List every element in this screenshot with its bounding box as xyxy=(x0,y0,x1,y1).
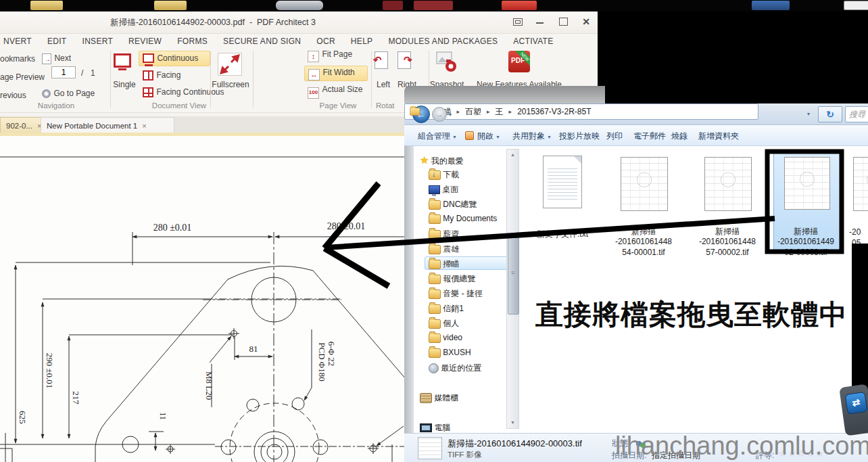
scroll-up-icon[interactable]: ▲ xyxy=(507,149,519,160)
rotate-right-button[interactable]: ↷ xyxy=(397,51,411,72)
close-icon[interactable]: ✕ xyxy=(577,16,595,28)
minimize-icon[interactable] xyxy=(531,16,549,28)
breadcrumb-segment-wang[interactable]: 王 xyxy=(496,106,504,118)
continuous-view-button[interactable]: Continuous xyxy=(139,51,210,66)
sidebar-item-music[interactable]: 音樂 - 捷徑 xyxy=(429,288,483,300)
sidebar-item-favorites[interactable]: ★ 我的最愛 xyxy=(420,154,464,167)
sidebar-item-recent-places[interactable]: 最近的位置 xyxy=(429,363,481,374)
taskbar-app-icon[interactable] xyxy=(276,1,323,10)
forward-button[interactable]: → xyxy=(432,107,447,122)
sidebar-item-chenhsong[interactable]: 震雄 xyxy=(429,244,459,255)
menu-convert[interactable]: NVERT xyxy=(3,37,32,46)
refresh-button[interactable]: ↻ xyxy=(818,106,842,122)
sidebar-item-libraries[interactable]: 媒體櫃 xyxy=(420,392,458,404)
tif-thumbnail xyxy=(784,157,830,210)
fit-width-button[interactable]: ↔ Fit Width xyxy=(304,66,368,81)
taskbar-app-icon[interactable] xyxy=(414,1,453,10)
sidebar-item-personal[interactable]: 個人 xyxy=(429,318,459,329)
go-to-page-button[interactable]: Go to Page xyxy=(42,89,95,101)
fullscreen-button[interactable] xyxy=(218,53,242,76)
explorer-address-bar: ← → ▾ ▸ 掃瞄 ▸ 百塑 ▸ 王 ▸ 2015367-V3-2R-85T … xyxy=(404,103,868,125)
organize-button[interactable]: 組合管理▼ xyxy=(418,131,457,142)
print-button[interactable]: 列印 xyxy=(606,131,623,142)
menu-insert[interactable]: INSERT xyxy=(82,37,114,46)
sidebar-item-computer[interactable]: 電腦 xyxy=(420,422,450,434)
sidebar-item-desktop[interactable]: 桌面 xyxy=(429,184,458,195)
new-features-button[interactable]: PDF NEW xyxy=(508,49,533,75)
folder-icon xyxy=(429,200,441,210)
status-filename: 新掃描-20160106144902-00003.tif xyxy=(448,438,582,450)
menu-secure-sign[interactable]: SECURE AND SIGN xyxy=(223,37,301,46)
fullscreen-label[interactable]: Fullscreen xyxy=(210,80,251,89)
breadcrumb[interactable]: ▸ 掃瞄 ▸ 百塑 ▸ 王 ▸ 2015367-V3-2R-85T xyxy=(404,103,758,120)
pdf-document-page[interactable]: 280 ±0.01 280 ±0.01 625 290 ±0.01 217 11… xyxy=(0,136,414,462)
sidebar-item-dnc[interactable]: DNC總覽 xyxy=(429,199,477,210)
sidebar-item-quotes[interactable]: 報價總覽 xyxy=(429,273,475,285)
page-number-input[interactable] xyxy=(51,66,76,78)
open-button[interactable]: 開啟▼ xyxy=(477,131,500,142)
screen: 新掃描-20160106144902-00003.pdf - PDF Archi… xyxy=(0,0,868,462)
sidebar-item-scan[interactable]: 掃瞄 xyxy=(429,258,459,270)
share-button[interactable]: 共用對象▼ xyxy=(512,131,552,142)
taskbar-pdf-icon[interactable] xyxy=(502,1,537,10)
page-preview-button[interactable]: age Preview xyxy=(0,72,45,82)
scrollbar-thumb[interactable] xyxy=(508,237,519,315)
single-view-button[interactable] xyxy=(114,53,131,70)
new-folder-button[interactable]: 新增資料夾 xyxy=(698,131,739,142)
menu-edit[interactable]: EDIT xyxy=(47,37,67,46)
burn-button[interactable]: 燒錄 xyxy=(671,131,688,142)
taskbar-app-icon[interactable] xyxy=(752,1,790,10)
status-file-thumbnail xyxy=(418,437,442,459)
taskbar-app-icon[interactable] xyxy=(844,1,868,10)
sidebar-scrollbar[interactable]: ▲ ▼ xyxy=(506,149,519,429)
breadcrumb-segment-company[interactable]: 百塑 xyxy=(465,106,481,118)
facing-view-button[interactable]: Facing xyxy=(139,68,180,83)
sidebar-item-payroll[interactable]: 薪資 xyxy=(429,229,459,240)
menu-review[interactable]: REVIEW xyxy=(128,37,162,46)
fit-width-icon: ↔ xyxy=(308,69,320,80)
fullscreen-window-icon[interactable] xyxy=(508,16,526,28)
star-icon: ★ xyxy=(420,154,429,166)
search-input[interactable]: 搜尋 xyxy=(845,106,868,122)
sidebar-item-marketing[interactable]: 信銷1 xyxy=(429,303,464,315)
sidebar-item-downloads[interactable]: ↓ 下載 xyxy=(429,169,459,181)
maximize-icon[interactable] xyxy=(554,16,572,28)
scroll-down-icon[interactable]: ▼ xyxy=(507,417,519,428)
sidebar-item-my-documents[interactable]: My Documents xyxy=(429,214,497,224)
folder-icon xyxy=(429,275,441,284)
sidebar-item-video[interactable]: video xyxy=(429,333,462,343)
taskbar-folder-icon[interactable] xyxy=(30,1,63,10)
email-button[interactable]: 電子郵件 xyxy=(633,131,666,142)
holes-label-1: 6-Φ 22 xyxy=(327,342,337,367)
menu-help[interactable]: HELP xyxy=(351,37,373,46)
tab-close-icon[interactable]: × xyxy=(142,122,146,130)
sidebar-item-bxush[interactable]: BXUSH xyxy=(429,348,471,358)
explorer-title-border xyxy=(404,86,605,103)
address-dropdown-icon[interactable]: ▾ xyxy=(807,111,810,117)
bookmarks-button[interactable]: ookmarks xyxy=(0,54,35,64)
taskbar-app-icon[interactable] xyxy=(383,1,403,10)
teamviewer-arrows-icon: ⇄ xyxy=(845,392,868,415)
menu-ocr[interactable]: OCR xyxy=(316,37,335,46)
menu-forms[interactable]: FORMS xyxy=(177,37,208,46)
single-view-label[interactable]: Single xyxy=(110,80,139,89)
actual-size-button[interactable]: 100 Actual Size xyxy=(308,85,362,99)
breadcrumb-segment-project[interactable]: 2015367-V3-2R-85T xyxy=(517,107,591,116)
slideshow-button[interactable]: 投影片放映 xyxy=(559,131,600,142)
tif-thumbnail xyxy=(853,157,868,211)
folder-download-icon: ↓ xyxy=(429,170,441,180)
rotate-left-button[interactable]: ↶ xyxy=(375,51,388,72)
snapshot-button[interactable] xyxy=(436,51,458,76)
menu-modules[interactable]: MODULES AND PACKAGES xyxy=(388,37,498,46)
previous-button[interactable]: revious xyxy=(0,91,26,100)
tab-new-portable-document[interactable]: New Portable Document 1× xyxy=(41,117,174,134)
next-button[interactable]: → Next xyxy=(42,53,71,67)
actual-size-icon: 100 xyxy=(308,87,319,99)
menu-activate[interactable]: ACTIVATE xyxy=(513,37,553,46)
fit-page-button[interactable]: ↕ Fit Page xyxy=(308,49,352,62)
group-page-view-label: Page View xyxy=(306,101,370,110)
taskbar-folder-icon[interactable] xyxy=(154,1,187,10)
window-left-border xyxy=(404,146,414,433)
folder-icon xyxy=(429,230,441,239)
history-dropdown-icon[interactable]: ▾ xyxy=(449,112,452,118)
